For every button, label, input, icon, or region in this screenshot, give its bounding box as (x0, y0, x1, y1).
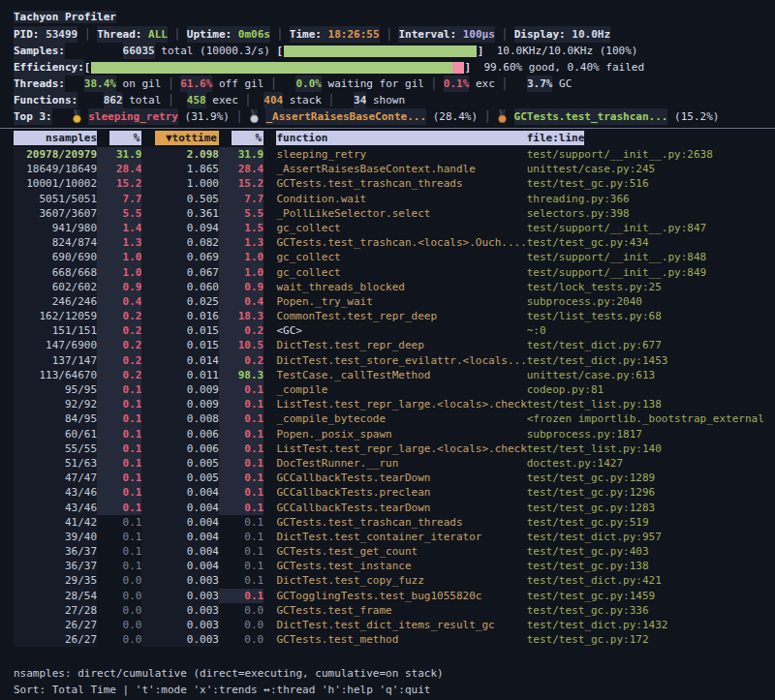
tottime-cell: 0.003 (141, 589, 218, 603)
space (483, 43, 496, 59)
function-cell: DocTestRunner.__run (276, 456, 526, 471)
table-row[interactable]: 602/6020.90.0600.9wait_threads_blockedte… (0, 280, 775, 294)
file-line-cell: test/test_gc.py:434 (527, 235, 775, 250)
top2-pct: (28.4%) (426, 108, 484, 125)
separator: │ (328, 92, 335, 108)
col-header-cumulative-pct[interactable]: % (219, 131, 264, 146)
table-row[interactable]: 10001/1000215.21.00015.2GCTests.test_tra… (0, 176, 775, 191)
pct-cum-cell: 1.3 (219, 235, 264, 250)
table-row[interactable]: 5051/50517.70.5057.7Condition.waitthread… (0, 192, 775, 206)
table-row[interactable]: 28/540.00.0030.1GCTogglingTests.test_bug… (0, 589, 775, 603)
function-cell: GCTogglingTests.test_bug1055820c (276, 589, 526, 603)
nsamples-cell: 941/980 (14, 221, 97, 235)
display-value: 10.0Hz (572, 26, 610, 43)
col-header-direct-pct[interactable]: % (97, 131, 141, 146)
pct-direct-cell: 7.7 (97, 192, 141, 206)
pct-cum-cell: 10.5 (219, 338, 264, 352)
table-row[interactable]: 95/950.10.0090.1_compilecodeop.py:81 (0, 382, 775, 397)
file-line-cell: test/test_gc.py:519 (527, 515, 775, 530)
file-line-cell: test/test_gc.py:1296 (527, 485, 775, 500)
table-row[interactable]: 92/920.10.0090.1ListTest.test_repr_large… (0, 397, 775, 411)
functions-total-label: total (123, 92, 168, 108)
tottime-cell: 0.025 (141, 294, 218, 309)
space (508, 108, 514, 125)
table-row[interactable]: 36/370.10.0040.1GCTests.test_get_countte… (0, 544, 775, 559)
table-row[interactable]: 162/120590.20.01618.3CommonTest.test_rep… (0, 309, 775, 323)
efficiency-label: Efficiency: (14, 59, 84, 76)
table-row[interactable]: 41/420.10.0040.1GCTests.test_trashcan_th… (0, 515, 775, 530)
table-row[interactable]: 147/69000.20.01510.5DictTest.test_repr_d… (0, 338, 775, 352)
tottime-cell: 0.094 (141, 221, 218, 235)
pct-direct-cell: 0.0 (97, 573, 141, 588)
function-cell: GCCallbackTests.tearDown (276, 471, 526, 485)
space (471, 59, 483, 76)
pct-direct-cell: 0.4 (97, 294, 141, 309)
pct-cum-cell: 18.3 (219, 309, 264, 323)
function-cell: GCTests.test_trashcan_threads (276, 515, 526, 530)
bar-close-bracket: ] (478, 43, 484, 59)
bronze-medal-icon (497, 109, 508, 123)
pct-cum-cell: 1.0 (219, 250, 264, 264)
col-header-nsamples[interactable]: nsamples (14, 131, 97, 146)
pct-cum-cell: 28.4 (219, 162, 264, 176)
tottime-cell: 0.005 (141, 471, 218, 485)
table-row[interactable]: 43/460.10.0040.1GCCallbackTests.tearDown… (0, 501, 775, 515)
table-row[interactable]: 60/610.10.0060.1Popen._posix_spawnsubpro… (0, 427, 775, 441)
table-row[interactable]: 690/6901.00.0691.0gc_collecttest/support… (0, 250, 775, 264)
file-line-cell: test/test_gc.py:1283 (527, 501, 775, 515)
table-row[interactable]: 39/400.10.0040.1DictTest.test_container_… (0, 530, 775, 544)
table-row[interactable]: 55/550.10.0060.1ListTest.test_repr_large… (0, 441, 775, 456)
nsamples-cell: 27/28 (14, 603, 97, 618)
functions-stack: 404 (264, 92, 283, 108)
table-row[interactable]: 113/646700.20.01198.3TestCase._callTestM… (0, 368, 775, 382)
function-cell: _PollLikeSelector.select (276, 206, 526, 221)
file-line-cell: test/test_gc.py:516 (527, 176, 775, 191)
table-row[interactable]: 36/370.10.0040.1GCTests.test_instancetes… (0, 559, 775, 573)
space (174, 92, 187, 108)
nsamples-cell: 47/47 (14, 471, 97, 485)
table-row[interactable]: 246/2460.40.0250.4Popen._try_waitsubproc… (0, 294, 775, 309)
tottime-cell: 0.006 (141, 441, 218, 456)
pct-cum-cell: 0.1 (219, 589, 264, 603)
status-line: PID: 53499 │ Thread: ALL │ Uptime: 0m06s… (0, 26, 775, 43)
table-row[interactable]: 29/350.00.0030.1DictTest.test_copy_fuzzt… (0, 573, 775, 588)
separator: │ (270, 26, 290, 43)
pct-cum-cell: 98.3 (219, 368, 264, 382)
table-row[interactable]: 18649/1864928.41.86528.4_AssertRaisesBas… (0, 162, 775, 176)
table-row[interactable]: 151/1510.20.0150.2<GC>~:0 (0, 323, 775, 338)
table-row[interactable]: 941/9801.40.0941.5gc_collecttest/support… (0, 221, 775, 235)
table-row[interactable]: 20978/2097931.92.09831.9sleeping_retryte… (0, 147, 775, 162)
col-header-tottime-sorted[interactable]: ▼tottime (141, 131, 218, 146)
function-cell: GCCallbackTests.preclean (276, 485, 526, 500)
table-row[interactable]: 84/950.10.0080.1_compile_bytecode<frozen… (0, 411, 775, 426)
table-row[interactable]: 26/270.00.0030.0GCTests.test_methodtest/… (0, 632, 775, 647)
pct-direct-cell: 0.1 (97, 485, 141, 500)
nsamples-cell: 28/54 (14, 589, 97, 603)
table-row[interactable]: 668/6681.00.0671.0gc_collecttest/support… (0, 265, 775, 280)
tottime-cell: 0.004 (141, 485, 218, 500)
table-row[interactable]: 3607/36075.50.3615.5_PollLikeSelector.se… (0, 206, 775, 221)
pct-direct-cell: 0.2 (97, 353, 141, 368)
tottime-cell: 0.009 (141, 382, 218, 397)
pct-direct-cell: 0.2 (97, 323, 141, 338)
file-line-cell: test/test_dict.py:1432 (527, 618, 775, 632)
sample-rate-bar (284, 46, 477, 57)
tottime-cell: 0.069 (141, 250, 218, 264)
col-header-function[interactable]: function (276, 131, 526, 146)
table-row[interactable]: 43/460.10.0040.1GCCallbackTests.preclean… (0, 485, 775, 500)
table-row[interactable]: 824/8741.30.0821.3GCTests.test_trashcan.… (0, 235, 775, 250)
file-line-cell: subprocess.py:1817 (527, 427, 775, 441)
file-line-cell: test/support/__init__.py:2638 (527, 147, 775, 162)
table-row[interactable]: 26/270.00.0030.0DictTest.test_dict_items… (0, 618, 775, 632)
table-row[interactable]: 51/630.10.0050.1DocTestRunner.__rundocte… (0, 456, 775, 471)
table-row[interactable]: 47/470.10.0050.1GCCallbackTests.tearDown… (0, 471, 775, 485)
interval-value: 100µs (463, 26, 495, 43)
table-row[interactable]: 27/280.00.0030.0GCTests.test_frametest/t… (0, 603, 775, 618)
col-header-file-line[interactable]: file:line (527, 131, 775, 146)
function-cell: DictTest.test_store_evilattr.<locals... (276, 353, 526, 368)
table-row[interactable]: 137/1470.20.0140.2DictTest.test_store_ev… (0, 353, 775, 368)
file-line-cell: test/test_gc.py:138 (527, 559, 775, 573)
samples-label: Samples: (14, 43, 65, 59)
tottime-cell: 0.003 (141, 603, 218, 618)
interval-label: Interval: (398, 26, 462, 43)
